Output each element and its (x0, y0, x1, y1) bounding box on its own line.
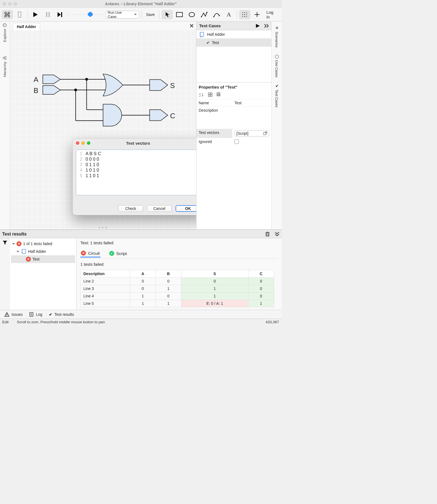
test-cases-item-test[interactable]: ✔ Test (196, 39, 271, 47)
play-button[interactable] (30, 10, 41, 19)
svg-point-22 (244, 12, 245, 13)
pause-button[interactable] (42, 10, 53, 19)
svg-point-29 (246, 16, 247, 17)
test-vectors-dialog: Test vectors 12345 A B S C 0 0 0 0 0 1 1… (73, 139, 196, 215)
main-toolbar: Run Use Case: Save A Log in (0, 8, 282, 21)
use-cases-tab[interactable]: ◯Use Cases (275, 53, 279, 79)
ok-button[interactable]: OK (176, 205, 196, 212)
results-summary-row[interactable]: ✕ 1 of 1 tests failed (11, 240, 75, 248)
fail-icon: ✕ (26, 257, 31, 262)
results-filter[interactable] (0, 238, 10, 310)
svg-point-26 (246, 14, 247, 15)
results-tree: ✕ 1 of 1 tests failed Half Adder ✕ Test (10, 238, 77, 310)
chip-icon (199, 31, 205, 37)
polyline-tool-button[interactable] (199, 10, 210, 19)
add-button[interactable] (252, 10, 263, 19)
prop-ignored-value[interactable] (232, 138, 271, 146)
svg-point-17 (201, 16, 202, 17)
svg-marker-74 (3, 241, 7, 245)
svg-rect-62 (208, 95, 210, 97)
ellipse-tool-button[interactable] (186, 10, 198, 19)
run-use-case-select[interactable]: Run Use Case: (105, 11, 139, 18)
chevron-down-icon[interactable] (12, 242, 15, 246)
table-row[interactable]: Line 41010 (81, 292, 274, 300)
scenarios-tab[interactable]: ✲Scenarios (275, 25, 279, 49)
close-window-dot[interactable] (3, 2, 6, 6)
table-row[interactable]: Line 20000 (81, 278, 274, 285)
popup-icon[interactable] (263, 132, 267, 135)
check-icon: ✔ (275, 84, 279, 88)
sort-az-icon[interactable]: AZ (199, 92, 204, 97)
ignored-checkbox[interactable] (234, 139, 239, 144)
list-view-icon[interactable] (216, 92, 221, 97)
svg-point-16 (189, 12, 195, 17)
cancel-button[interactable]: Cancel (147, 205, 172, 212)
prop-ignored-label: Ignored (196, 138, 232, 146)
chip-mode-button[interactable] (14, 10, 25, 19)
text-tool-button[interactable]: A (223, 10, 234, 19)
svg-marker-8 (33, 12, 38, 17)
coords-label: 420,367 (266, 320, 279, 324)
gear-icon: ✲ (275, 26, 279, 30)
test-results-tab[interactable]: ✔Test results (49, 312, 74, 317)
svg-point-78 (23, 253, 24, 254)
trash-icon[interactable] (265, 232, 270, 237)
left-sidebar: Explorer Hierarchy (0, 21, 10, 229)
zoom-window-dot[interactable] (14, 2, 17, 6)
chevron-down-icon[interactable] (17, 249, 19, 254)
svg-rect-60 (208, 93, 210, 94)
prop-desc-value[interactable] (232, 106, 271, 114)
collapse-down-icon[interactable] (275, 232, 280, 237)
close-tab-button[interactable]: ✕ (189, 23, 194, 29)
mode-label: Edit (2, 320, 9, 324)
svg-rect-9 (46, 12, 47, 17)
pointer-tool-button[interactable] (162, 10, 173, 19)
status-bar: Edit Scroll to zom. Press/hold middle mo… (0, 319, 282, 325)
vector-code[interactable]: A B S C 0 0 0 0 0 1 1 0 1 0 1 0 1 1 0 1 (84, 150, 103, 195)
graph-mode-button[interactable] (2, 10, 13, 19)
table-row[interactable]: Line 511E: 0 / A: 11 (81, 300, 274, 307)
svg-point-51 (74, 89, 77, 91)
prop-name-value[interactable]: Test (232, 99, 271, 106)
log-tab[interactable]: Log (29, 312, 42, 317)
issues-tab[interactable]: Issues (4, 312, 23, 317)
results-tab-script[interactable]: ✓Script (109, 250, 127, 257)
prop-vectors-value[interactable]: [Script] (232, 129, 271, 138)
run-tests-icon[interactable] (256, 24, 260, 28)
results-node-test[interactable]: ✕ Test (11, 255, 75, 263)
table-row[interactable]: Line 30110 (81, 285, 274, 292)
svg-point-56 (201, 36, 202, 37)
check-button[interactable]: Check (118, 205, 143, 212)
test-cases-list: Half Adder ✔ Test (196, 30, 271, 83)
svg-point-20 (219, 15, 220, 16)
login-button[interactable]: Log in (264, 10, 280, 19)
test-cases-tab[interactable]: ✔Test Cases (275, 83, 279, 108)
step-button[interactable] (54, 10, 66, 19)
editor-tab-half-adder[interactable]: Half Adder (13, 23, 40, 30)
svg-rect-61 (211, 93, 212, 94)
circuit-canvas[interactable]: A B S C Test vectors 12345 A B S C 0 0 0… (10, 30, 196, 229)
right-panel: Test Cases Half Adder ✔ Test Properties … (196, 21, 271, 229)
chevron-down-icon (134, 12, 137, 17)
properties-title: Properties of "Test" (196, 83, 271, 91)
line-gutter: 12345 (76, 150, 84, 195)
warning-icon (4, 312, 9, 317)
expand-icon[interactable] (264, 24, 269, 28)
results-node-half-adder[interactable]: Half Adder (11, 248, 75, 255)
results-tab-circuit[interactable]: ✕Circuit (80, 250, 100, 258)
svg-point-18 (206, 12, 207, 13)
grid-toggle-button[interactable] (239, 10, 250, 19)
explorer-tab[interactable]: Explorer (3, 21, 7, 43)
curve-tool-button[interactable] (211, 10, 222, 19)
minimize-window-dot[interactable] (8, 2, 12, 6)
rect-tool-button[interactable] (174, 10, 185, 19)
port-label-s: S (170, 81, 175, 90)
save-button[interactable]: Save (144, 12, 157, 17)
svg-rect-63 (211, 95, 212, 97)
speed-slider[interactable] (67, 12, 104, 18)
properties-grid: Name Test Description Test vectors [Scri… (196, 99, 271, 146)
category-icon[interactable] (208, 92, 212, 97)
vector-editor[interactable]: 12345 A B S C 0 0 0 0 0 1 1 0 1 0 1 0 1 … (76, 150, 196, 195)
test-cases-item-half-adder[interactable]: Half Adder (196, 30, 271, 39)
hierarchy-tab[interactable]: Hierarchy (3, 54, 7, 79)
